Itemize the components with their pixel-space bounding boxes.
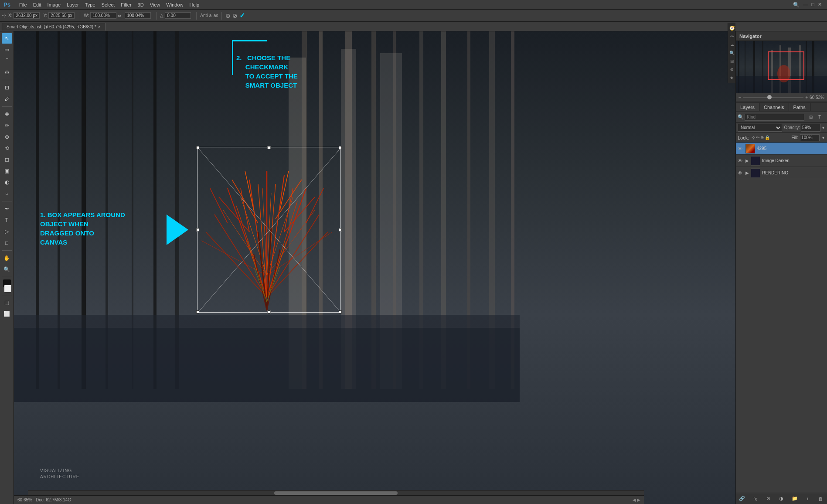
layers-btn-3[interactable]: ⊕ xyxy=(824,113,827,121)
canvas-area[interactable]: 2. CHOOSE THE CHECKMARK TO ACCEPT THE SM… xyxy=(14,31,735,504)
blur-tool[interactable]: ◐ xyxy=(2,177,12,187)
maximize-btn[interactable]: □ xyxy=(811,2,814,8)
menu-type[interactable]: Type xyxy=(82,1,98,8)
lock-all-icon[interactable]: 🔒 xyxy=(765,135,770,140)
menu-image[interactable]: Image xyxy=(45,1,64,8)
layer-group-arrow-rendering[interactable]: ▶ xyxy=(745,170,749,175)
menu-layer[interactable]: Layer xyxy=(64,1,82,8)
scrollbar-thumb[interactable] xyxy=(274,491,398,495)
layer-delete-btn[interactable]: 🗑 xyxy=(817,494,825,503)
tab-close-btn[interactable]: × xyxy=(98,24,101,29)
panel-icon-cloud[interactable]: ☁ xyxy=(728,41,735,48)
zoom-out-icon[interactable]: − xyxy=(739,95,741,100)
blend-mode-select[interactable]: Normal xyxy=(738,124,782,132)
layer-fx-btn[interactable]: fx xyxy=(751,494,759,503)
menu-help[interactable]: Help xyxy=(187,1,202,8)
screen-mode-btn[interactable]: ⬜ xyxy=(2,309,12,319)
menu-select[interactable]: Select xyxy=(99,1,118,8)
x-value[interactable]: 2632.00 px xyxy=(14,12,40,19)
layer-item-4295[interactable]: 👁 4295 xyxy=(736,143,827,155)
layer-group-btn[interactable]: 📁 xyxy=(790,494,799,503)
menu-file[interactable]: File xyxy=(17,1,30,8)
menu-window[interactable]: Window xyxy=(163,1,186,8)
move-tool[interactable]: ↖ xyxy=(2,33,12,44)
navigator-preview[interactable] xyxy=(736,41,827,93)
zoom-tool[interactable]: 🔍 xyxy=(2,264,12,275)
healing-tool[interactable]: ✚ xyxy=(2,109,12,119)
layer-adjustment-btn[interactable]: ◑ xyxy=(777,494,786,503)
lock-brush-icon[interactable]: ✏ xyxy=(756,135,759,140)
accept-transform-btn[interactable]: ✓ xyxy=(239,11,245,20)
tab-layers[interactable]: Layers xyxy=(736,103,759,111)
pen-tool[interactable]: ✒ xyxy=(2,204,12,214)
layer-visibility-image-darken[interactable]: 👁 xyxy=(738,158,744,163)
zoom-slider[interactable] xyxy=(743,97,803,98)
filter-icon[interactable]: 🔍 xyxy=(738,114,744,120)
panel-icon-search[interactable]: 🔍 xyxy=(728,49,736,57)
warp-icon[interactable]: ⊕ xyxy=(225,12,231,19)
fill-dropdown-icon[interactable]: ▼ xyxy=(821,136,825,140)
layer-mask-btn[interactable]: ⊙ xyxy=(764,494,773,503)
panel-icon-style[interactable]: ★ xyxy=(728,74,735,82)
layers-btn-1[interactable]: ⊞ xyxy=(807,113,815,121)
horizontal-scrollbar[interactable] xyxy=(28,490,644,495)
history-brush-tool[interactable]: ⟲ xyxy=(2,143,12,153)
panel-icon-brush[interactable]: ✏ xyxy=(729,33,735,40)
w-value[interactable]: 100.00% xyxy=(90,12,116,19)
shape-tool[interactable]: □ xyxy=(2,238,12,248)
menu-view[interactable]: View xyxy=(147,1,163,8)
menu-3d[interactable]: 3D xyxy=(135,1,146,8)
search-icon[interactable]: 🔍 xyxy=(793,2,800,8)
eyedropper-tool[interactable]: 🖊 xyxy=(2,94,12,104)
navigator-viewport[interactable] xyxy=(768,51,804,80)
minimize-btn[interactable]: — xyxy=(803,2,808,8)
document-tab[interactable]: Smart Objects.psb @ 60.7% (4295, RGB/8#)… xyxy=(2,23,106,31)
panel-icon-navigator[interactable]: 🧭 xyxy=(728,24,736,32)
crop-tool[interactable]: ⊡ xyxy=(2,82,12,93)
menu-edit[interactable]: Edit xyxy=(31,1,44,8)
background-color[interactable] xyxy=(4,285,12,293)
rotate-value[interactable]: 0.00 xyxy=(165,12,191,19)
layer-link-btn[interactable]: 🔗 xyxy=(738,494,746,503)
menu-filter[interactable]: Filter xyxy=(118,1,134,8)
text-tool[interactable]: T xyxy=(2,215,12,225)
panel-icon-layers[interactable]: ⊞ xyxy=(729,58,735,65)
tab-paths[interactable]: Paths xyxy=(789,103,810,111)
scroll-left-btn[interactable]: ◀ xyxy=(633,497,636,502)
layers-search-input[interactable] xyxy=(745,114,804,121)
quick-select-tool[interactable]: ⊙ xyxy=(2,67,12,78)
path-select-tool[interactable]: ▷ xyxy=(2,226,12,237)
layer-item-rendering[interactable]: 👁 ▶ RENDERING xyxy=(736,167,827,179)
marquee-tool[interactable]: ▭ xyxy=(2,44,12,55)
fill-input[interactable] xyxy=(800,134,820,141)
layer-item-image-darken[interactable]: 👁 ▶ Image Darken xyxy=(736,155,827,167)
eraser-tool[interactable]: ◻ xyxy=(2,154,12,165)
hand-tool[interactable]: ✋ xyxy=(2,253,12,263)
scroll-right-btn[interactable]: ▶ xyxy=(637,497,640,502)
close-btn[interactable]: ✕ xyxy=(818,2,822,8)
gradient-tool[interactable]: ▣ xyxy=(2,166,12,176)
y-value[interactable]: 2825.50 px xyxy=(48,12,75,19)
dodge-tool[interactable]: ○ xyxy=(2,188,12,199)
layer-visibility-4295[interactable]: 👁 xyxy=(738,146,744,151)
lock-transparent-icon[interactable]: ⊹ xyxy=(752,135,755,140)
opacity-input[interactable] xyxy=(801,124,820,132)
layer-new-btn[interactable]: + xyxy=(803,494,812,503)
quick-mask-btn[interactable]: ⬚ xyxy=(2,297,12,308)
clone-tool[interactable]: ⊕ xyxy=(2,132,12,142)
layer-group-arrow-image-darken[interactable]: ▶ xyxy=(745,158,749,163)
tab-channels[interactable]: Channels xyxy=(759,103,789,111)
layers-btn-2[interactable]: T xyxy=(816,113,824,121)
brush-tool[interactable]: ✏ xyxy=(2,120,12,131)
layer-visibility-rendering[interactable]: 👁 xyxy=(738,170,744,176)
zoom-in-icon[interactable]: + xyxy=(805,95,808,100)
zoom-slider-handle[interactable] xyxy=(767,95,772,99)
lock-position-icon[interactable]: ⊕ xyxy=(760,135,764,140)
lasso-tool[interactable]: ⌒ xyxy=(2,56,12,66)
opacity-dropdown-icon[interactable]: ▼ xyxy=(821,126,825,130)
h-value[interactable]: 100.04% xyxy=(125,12,151,19)
panel-icon-adjust[interactable]: ⚙ xyxy=(728,66,735,73)
layer-name-rendering: RENDERING xyxy=(762,170,825,175)
link-icon[interactable]: ∞ xyxy=(118,13,121,18)
cancel-transform-btn[interactable]: ⊘ xyxy=(232,12,238,19)
